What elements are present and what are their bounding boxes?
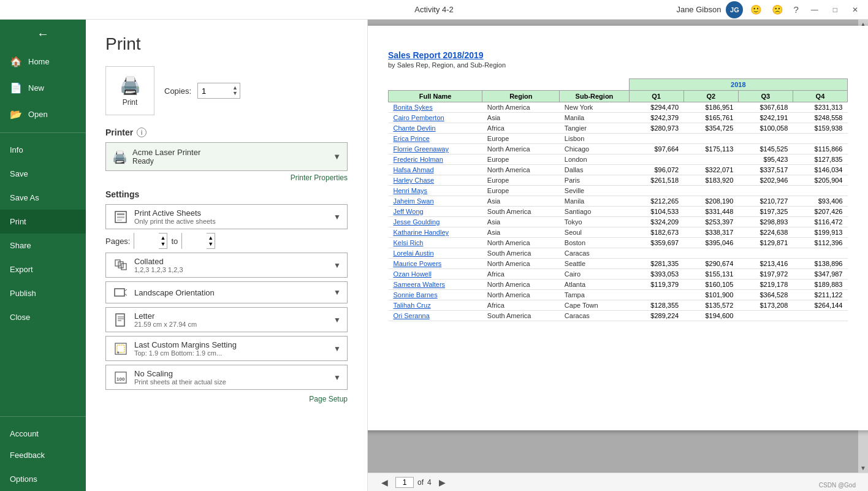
pages-from-input[interactable]: [134, 233, 159, 249]
table-row: Erica Prince Europe Lisbon: [389, 134, 848, 144]
svg-text:100: 100: [116, 376, 125, 382]
cell-q3: $173,208: [738, 300, 793, 311]
cell-q3: $202,946: [738, 175, 793, 186]
setting-main-label: Collated: [134, 257, 329, 266]
sidebar-item-home[interactable]: 🏠 Home: [0, 48, 86, 75]
cell-name: Ori Seranna: [389, 311, 482, 321]
sidebar-item-info[interactable]: Info: [0, 138, 86, 162]
table-row: Cairo Pemberton Asia Manila $242,379 $16…: [389, 113, 848, 123]
table-row: Kelsi Rich North America Boston $359,697…: [389, 238, 848, 248]
setting-print-active-sheets[interactable]: Print Active Sheets Only print the activ…: [105, 204, 348, 229]
sidebar-item-print[interactable]: Print: [0, 210, 86, 234]
setting-sub-label: Print sheets at their actual size: [134, 378, 329, 386]
printer-properties-link[interactable]: Printer Properties: [105, 173, 348, 182]
sidebar-item-account[interactable]: Account: [0, 422, 86, 443]
cell-region: North America: [482, 165, 560, 175]
printer-selector[interactable]: 🖨️ Acme Laser Printer Ready ▼: [105, 142, 348, 171]
prev-page-button[interactable]: ◀: [378, 476, 392, 489]
maximize-button[interactable]: □: [828, 3, 842, 17]
cell-q1: [629, 134, 683, 144]
sidebar-item-label: Share: [10, 241, 31, 250]
cell-region: North America: [482, 102, 560, 113]
minimize-button[interactable]: —: [806, 3, 823, 17]
cell-q1: $128,355: [629, 300, 683, 311]
setting-text-scaling: No Scaling Print sheets at their actual …: [134, 369, 329, 386]
setting-sub-label: Only print the active sheets: [134, 218, 329, 225]
copies-decrement[interactable]: ▼: [232, 91, 238, 96]
pages-from-spinner[interactable]: ▲▼: [159, 235, 167, 247]
cell-region: North America: [482, 144, 560, 154]
setting-landscape[interactable]: Landscape Orientation ▼: [105, 281, 348, 303]
sidebar-item-save-as[interactable]: Save As: [0, 186, 86, 210]
close-button[interactable]: ✕: [847, 3, 863, 17]
cell-q1: $281,335: [629, 259, 683, 269]
sidebar-divider-1: [0, 132, 86, 133]
col-header-name: Full Name: [389, 91, 482, 102]
sidebar-item-publish[interactable]: Publish: [0, 281, 86, 305]
table-row: Jeff Wong South America Santiago $104,53…: [389, 207, 848, 217]
setting-text-letter: Letter 21.59 cm x 27.94 cm: [134, 311, 329, 328]
landscape-icon: [112, 286, 129, 299]
svg-rect-5: [118, 262, 123, 268]
preview-area: ▲ ▼ Sales Report 2018/2019 by Sales Rep,…: [368, 20, 868, 491]
cell-q3: $95,423: [738, 154, 793, 165]
col-header-q4: Q4: [793, 91, 847, 102]
cell-name: Harley Chase: [389, 175, 482, 186]
setting-margins[interactable]: ★ Last Custom Margins Setting Top: 1.9 c…: [105, 336, 348, 361]
cell-q1: $359,697: [629, 238, 683, 248]
sidebar-item-share[interactable]: Share: [0, 234, 86, 257]
sad-icon[interactable]: 🙁: [769, 2, 786, 18]
back-button[interactable]: ←: [0, 20, 86, 48]
sidebar-item-label: Export: [10, 265, 33, 274]
cell-q4: $264,144: [793, 300, 847, 311]
cell-q1: $119,379: [629, 280, 683, 290]
cell-q3: $298,893: [738, 217, 793, 227]
smiley-icon[interactable]: 🙂: [748, 2, 764, 18]
pages-to-spinner[interactable]: ▲▼: [207, 235, 215, 247]
copies-control[interactable]: ▲ ▼: [197, 83, 240, 99]
page-setup-link[interactable]: Page Setup: [105, 395, 348, 403]
scroll-down-arrow[interactable]: ▼: [859, 463, 867, 473]
info-icon[interactable]: i: [137, 128, 147, 137]
cell-name: Cairo Pemberton: [389, 113, 482, 123]
print-button[interactable]: 🖨️ Print: [105, 66, 154, 115]
cell-q1: $104,533: [629, 207, 683, 217]
cell-region: South America: [482, 248, 560, 259]
pages-label: Pages:: [105, 237, 130, 246]
cell-q4: [793, 134, 847, 144]
cell-q3: [738, 186, 793, 196]
cell-q2: [683, 186, 738, 196]
sidebar-item-open[interactable]: 📂 Open: [0, 101, 86, 128]
table-row: Talihah Cruz Africa Cape Town $128,355 $…: [389, 300, 848, 311]
cell-subregion: Dallas: [560, 165, 629, 175]
setting-text-collated: Collated 1,2,3 1,2,3 1,2,3: [134, 257, 329, 273]
setting-collated[interactable]: Collated 1,2,3 1,2,3 1,2,3 ▼: [105, 253, 348, 278]
col-header-q2: Q2: [683, 91, 738, 102]
sidebar-item-close[interactable]: Close: [0, 305, 86, 329]
preview-nav: ◀ of 4 ▶ CSDN @God: [368, 473, 868, 491]
pages-to-input[interactable]: [182, 233, 207, 249]
current-page-input[interactable]: [395, 477, 414, 488]
help-icon[interactable]: ?: [791, 2, 801, 17]
cell-q3: [738, 311, 793, 321]
cell-q3: $219,178: [738, 280, 793, 290]
setting-sub-label: Top: 1.9 cm Bottom: 1.9 cm...: [134, 349, 329, 357]
cell-name: Sonnie Barnes: [389, 290, 482, 300]
sidebar-item-label: Home: [28, 57, 50, 66]
settings-section-title: Settings: [105, 189, 348, 199]
cell-q3: $129,871: [738, 238, 793, 248]
cell-subregion: Tampa: [560, 290, 629, 300]
sidebar-item-feedback[interactable]: Feedback: [0, 443, 86, 467]
print-panel: Print 🖨️ Print Copies: ▲ ▼ Printer: [86, 20, 368, 491]
cell-region: Europe: [482, 154, 560, 165]
setting-scaling[interactable]: 100 No Scaling Print sheets at their act…: [105, 365, 348, 390]
sidebar-item-save[interactable]: Save: [0, 162, 86, 186]
setting-letter[interactable]: Letter 21.59 cm x 27.94 cm ▼: [105, 307, 348, 332]
next-page-button[interactable]: ▶: [435, 476, 449, 489]
sidebar-item-options[interactable]: Options: [0, 467, 86, 491]
sidebar-item-new[interactable]: 📄 New: [0, 75, 86, 101]
cell-q4: $116,472: [793, 217, 847, 227]
sidebar-item-export[interactable]: Export: [0, 257, 86, 281]
copies-input[interactable]: [202, 86, 232, 96]
table-row: Frederic Holman Europe London $95,423 $1…: [389, 154, 848, 165]
